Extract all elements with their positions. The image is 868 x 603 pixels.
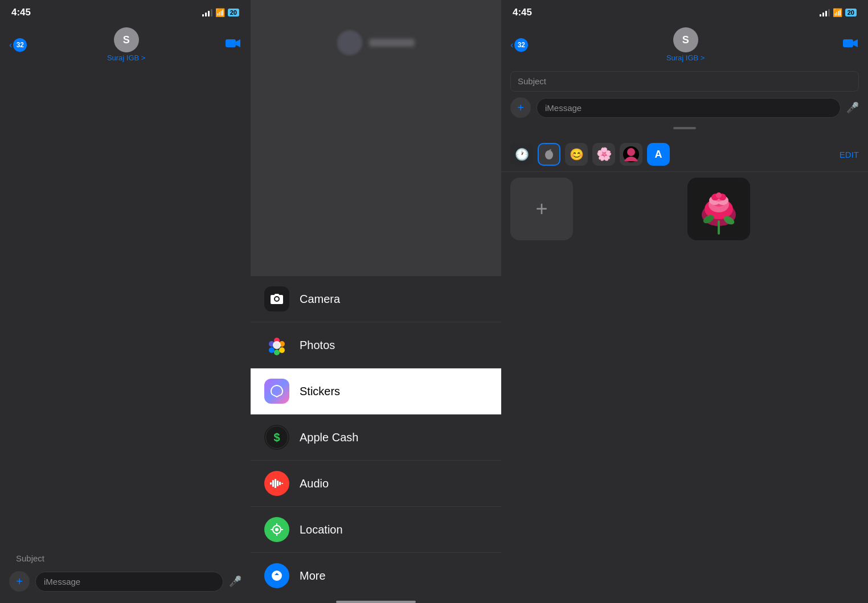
- svg-point-6: [269, 347, 275, 353]
- menu-audio-label: Audio: [300, 477, 329, 490]
- sticker-grid: +: [501, 172, 868, 246]
- plus-icon: +: [535, 197, 547, 221]
- app-icon-recent[interactable]: 🕐: [510, 143, 533, 166]
- left-subject-field[interactable]: Subject: [9, 550, 241, 567]
- right-contact-info[interactable]: S Suraj IGB >: [666, 27, 705, 62]
- center-panel: Camera Photos: [251, 0, 501, 603]
- menu-item-camera[interactable]: Camera: [251, 276, 501, 322]
- left-time: 4:45: [11, 7, 31, 18]
- camera-icon: [264, 286, 289, 311]
- right-avatar: S: [673, 27, 698, 52]
- right-message-input[interactable]: iMessage: [537, 98, 841, 118]
- menu-stickers-label: Stickers: [300, 385, 340, 398]
- svg-point-15: [275, 528, 279, 531]
- app-icons-row: 🕐 😊 🌸 A ED: [501, 137, 868, 172]
- edit-button[interactable]: EDIT: [840, 150, 859, 159]
- left-status-bar: 4:45 📶 20: [0, 0, 251, 23]
- menu-item-apple-cash[interactable]: $ Apple Cash: [251, 415, 501, 461]
- right-panel: 4:45 📶 20 ‹ 32 S Suraj IGB >: [501, 0, 868, 603]
- chevron-left-icon: ‹: [9, 40, 12, 50]
- right-video-button[interactable]: [843, 38, 859, 52]
- right-status-icons: 📶 20: [820, 8, 857, 17]
- svg-point-5: [274, 350, 280, 355]
- left-back-button[interactable]: ‹ 32: [9, 38, 27, 52]
- right-mic-button[interactable]: 🎤: [846, 101, 859, 114]
- svg-rect-9: [270, 482, 272, 485]
- left-message-input[interactable]: iMessage: [35, 572, 223, 592]
- right-time: 4:45: [513, 7, 532, 18]
- svg-point-22: [545, 150, 553, 159]
- right-message-row: + iMessage 🎤: [510, 97, 859, 118]
- svg-point-24: [627, 148, 635, 156]
- menu-location-label: Location: [300, 523, 343, 536]
- location-icon: [264, 517, 289, 542]
- menu-item-location[interactable]: Location: [251, 507, 501, 553]
- right-back-button[interactable]: ‹ 32: [510, 38, 528, 52]
- svg-rect-11: [275, 479, 276, 488]
- svg-point-34: [716, 192, 722, 198]
- right-signal-icon: [820, 9, 830, 17]
- svg-point-4: [279, 347, 285, 353]
- center-top-bar: [251, 0, 501, 74]
- stickers-icon: [264, 379, 289, 404]
- sticker-add-button[interactable]: +: [510, 178, 573, 240]
- sheet-handle: [673, 127, 696, 129]
- right-subject-field[interactable]: Subject: [518, 76, 546, 86]
- menu-apple-cash-label: Apple Cash: [300, 431, 358, 444]
- app-icon-sticker-pen[interactable]: [538, 143, 560, 166]
- svg-rect-21: [843, 39, 853, 47]
- apple-cash-icon: $: [264, 425, 289, 450]
- signal-icon: [202, 9, 212, 17]
- menu-container: Camera Photos: [251, 276, 501, 603]
- left-back-badge: 32: [13, 38, 27, 52]
- svg-rect-37: [718, 220, 720, 235]
- menu-item-photos[interactable]: Photos: [251, 322, 501, 368]
- app-icon-memoji[interactable]: [620, 143, 642, 166]
- left-panel: 4:45 📶 20 ‹ 32 S Suraj IGB >: [0, 0, 251, 603]
- more-icon: [264, 563, 289, 588]
- left-status-icons: 📶 20: [202, 8, 239, 17]
- center-blurred-avatar: [337, 30, 362, 55]
- app-icon-animoji[interactable]: 🌸: [592, 143, 615, 166]
- audio-icon: [264, 471, 289, 496]
- wifi-icon: 📶: [215, 8, 225, 17]
- center-blurred-name: [369, 39, 415, 47]
- right-chevron-left-icon: ‹: [510, 40, 513, 50]
- right-battery: 20: [845, 9, 857, 17]
- right-wifi-icon: 📶: [833, 8, 842, 17]
- left-message-row: + iMessage 🎤: [9, 571, 241, 592]
- left-bottom-bar: Subject + iMessage 🎤: [0, 544, 251, 603]
- right-back-badge: 32: [514, 38, 528, 52]
- right-nav-bar: ‹ 32 S Suraj IGB >: [501, 23, 868, 69]
- left-contact-info[interactable]: S Suraj IGB >: [107, 27, 146, 62]
- right-plus-button[interactable]: +: [510, 97, 531, 118]
- left-video-button[interactable]: [226, 38, 241, 52]
- left-nav-bar: ‹ 32 S Suraj IGB >: [0, 23, 251, 69]
- svg-rect-0: [226, 39, 236, 47]
- svg-rect-12: [277, 481, 279, 486]
- sticker-rose[interactable]: [687, 178, 750, 240]
- svg-rect-14: [281, 483, 283, 484]
- right-status-bar: 4:45 📶 20: [501, 0, 868, 23]
- menu-more-label: More: [300, 569, 326, 583]
- left-contact-name: Suraj IGB >: [107, 54, 146, 62]
- left-plus-button[interactable]: +: [9, 571, 30, 592]
- app-icon-emoji[interactable]: 😊: [565, 143, 588, 166]
- left-battery: 20: [228, 9, 239, 17]
- menu-camera-label: Camera: [300, 293, 340, 306]
- svg-rect-10: [272, 480, 274, 487]
- menu-photos-label: Photos: [300, 339, 335, 352]
- right-message-area: + iMessage 🎤: [501, 95, 868, 122]
- svg-point-8: [273, 341, 281, 349]
- photos-icon: [264, 333, 289, 358]
- right-contact-name: Suraj IGB >: [666, 54, 705, 62]
- menu-item-stickers[interactable]: Stickers: [251, 368, 501, 415]
- right-subject-area: Subject: [501, 69, 868, 95]
- left-mic-button[interactable]: 🎤: [229, 575, 241, 588]
- menu-item-more[interactable]: More: [251, 553, 501, 598]
- app-icon-appstore[interactable]: A: [647, 143, 670, 166]
- svg-rect-13: [279, 482, 281, 485]
- left-avatar: S: [114, 27, 139, 52]
- right-divider-area: [501, 122, 868, 137]
- menu-item-audio[interactable]: Audio: [251, 461, 501, 507]
